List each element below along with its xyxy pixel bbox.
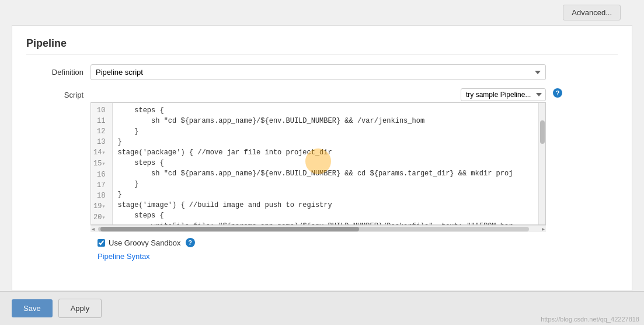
code-content: steps { sh "cd ${params.app_name}/${env.…	[113, 103, 545, 225]
try-sample-select[interactable]: try sample Pipeline...	[461, 88, 546, 101]
advanced-button[interactable]: Advanced...	[563, 5, 621, 20]
pipeline-syntax-link-wrapper: Pipeline Syntax	[98, 252, 618, 261]
groovy-sandbox-row: Use Groovy Sandbox ?	[98, 238, 618, 247]
definition-select[interactable]: Pipeline script	[90, 64, 546, 80]
pipeline-syntax-link[interactable]: Pipeline Syntax	[98, 252, 150, 261]
v-scrollbar[interactable]	[538, 103, 545, 225]
pipeline-title: Pipeline	[26, 37, 618, 55]
top-bar: Advanced...	[0, 0, 644, 25]
save-button[interactable]: Save	[12, 299, 53, 317]
line-numbers: 101112131415161718192021222324252627	[91, 103, 113, 225]
definition-row: Definition Pipeline script	[26, 64, 618, 80]
help-icon-groovy[interactable]: ?	[186, 238, 195, 247]
h-scrollbar-thumb	[100, 227, 359, 231]
groovy-sandbox-label[interactable]: Use Groovy Sandbox	[109, 238, 181, 247]
definition-label: Definition	[26, 68, 90, 77]
scroll-left-arrow[interactable]: ◂	[90, 226, 96, 232]
main-content: Pipeline Definition Pipeline script Scri…	[12, 25, 632, 291]
code-editor-inner: 101112131415161718192021222324252627 ste…	[91, 103, 545, 225]
groovy-sandbox-checkbox[interactable]	[98, 239, 105, 247]
script-label: Script	[26, 88, 90, 99]
apply-button[interactable]: Apply	[58, 299, 102, 318]
script-container: try sample Pipeline... 10111213141516171…	[90, 88, 546, 232]
code-editor[interactable]: 101112131415161718192021222324252627 ste…	[90, 102, 546, 225]
scroll-area: ◂ ▸	[90, 225, 546, 232]
v-scrollbar-thumb	[540, 120, 545, 144]
page-wrapper: Advanced... Pipeline Definition Pipeline…	[0, 0, 644, 325]
script-row: Script try sample Pipeline... 1011121314…	[26, 88, 618, 232]
script-header: try sample Pipeline...	[90, 88, 546, 101]
help-icon-script[interactable]: ?	[553, 88, 562, 98]
scroll-right-arrow[interactable]: ▸	[541, 226, 546, 232]
h-scrollbar[interactable]	[98, 227, 529, 231]
watermark: https://blog.csdn.net/qq_42227818	[541, 316, 639, 323]
